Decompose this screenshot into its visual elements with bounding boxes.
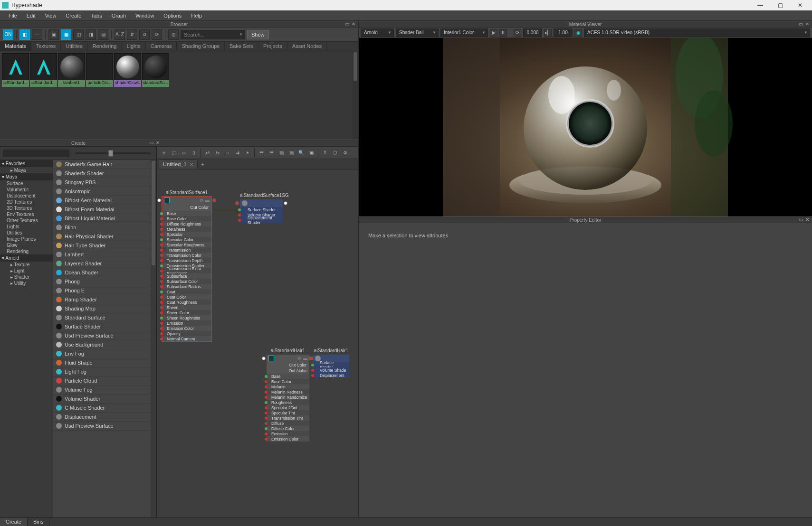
tool-button[interactable]: ▯ bbox=[190, 149, 198, 157]
shader-list-item[interactable]: Blinn bbox=[53, 223, 156, 232]
collapse-icon[interactable]: ▬ bbox=[205, 198, 210, 203]
tool-button[interactable]: ↺ bbox=[139, 29, 150, 40]
category-item[interactable]: Other Textures bbox=[0, 217, 53, 224]
material-swatch[interactable]: standardSu... bbox=[142, 53, 169, 87]
browser-tab[interactable]: Asset Nodes bbox=[287, 42, 327, 51]
material-swatch[interactable]: particleClo... bbox=[86, 53, 113, 87]
node-attribute[interactable]: Roughness bbox=[267, 400, 309, 405]
search-icon[interactable]: 🔍 bbox=[297, 149, 306, 157]
tool-button[interactable]: ⇄ bbox=[203, 149, 212, 157]
browser-tab[interactable]: Utilities bbox=[61, 42, 87, 51]
close-icon[interactable]: ✕ bbox=[805, 21, 811, 27]
category-item[interactable]: 3D Textures bbox=[0, 205, 53, 211]
node-attribute[interactable]: Normal Camera bbox=[162, 336, 211, 341]
shader-list[interactable]: Shaderfx Game HairShaderfx ShaderStingra… bbox=[53, 160, 156, 517]
create-search-input[interactable] bbox=[3, 150, 69, 157]
shader-list-item[interactable]: Standard Surface bbox=[53, 313, 156, 322]
tool-button[interactable]: ⬡ bbox=[331, 149, 339, 157]
environment-dropdown[interactable]: Interior1 Color▼ bbox=[440, 28, 488, 37]
node-attribute[interactable]: Surface Shader bbox=[313, 362, 349, 367]
tool-button[interactable]: ☰ bbox=[257, 149, 266, 157]
browser-tab[interactable]: Bake Sets bbox=[225, 42, 258, 51]
close-icon[interactable]: ✕ bbox=[805, 217, 811, 223]
browser-tab[interactable]: Cameras bbox=[146, 42, 177, 51]
shader-list-item[interactable]: C Muscle Shader bbox=[53, 404, 156, 413]
shader-list-item[interactable]: Hair Physical Shader bbox=[53, 232, 156, 241]
scrollbar[interactable] bbox=[151, 160, 156, 517]
category-item[interactable]: Lights bbox=[0, 224, 53, 230]
tool-button[interactable]: ◧ bbox=[19, 29, 30, 40]
shader-list-item[interactable]: Light Fog bbox=[53, 367, 156, 376]
node-attribute[interactable]: Coat Roughness bbox=[162, 300, 211, 305]
node-attribute[interactable]: Specular Tint bbox=[267, 410, 309, 415]
restore-icon[interactable]: ▭ bbox=[799, 217, 804, 223]
tool-button[interactable]: ◨ bbox=[86, 29, 96, 40]
search-input[interactable]: Search... ▼ bbox=[181, 30, 245, 39]
category-item[interactable]: Env Textures bbox=[0, 211, 53, 217]
tool-button[interactable]: ⚙ bbox=[341, 149, 349, 157]
shader-list-item[interactable]: Bifrost Foam Material bbox=[53, 205, 156, 214]
node-attribute[interactable]: Emission Color bbox=[162, 326, 211, 331]
node-output[interactable]: Out Color bbox=[267, 362, 309, 368]
node-attribute[interactable]: Metalness bbox=[162, 226, 211, 232]
node-attribute[interactable]: Specular Color bbox=[162, 237, 211, 242]
shader-list-item[interactable]: Displacement bbox=[53, 413, 156, 422]
tool-button[interactable]: ⟳ bbox=[152, 29, 162, 40]
tool-button[interactable]: ▤ bbox=[98, 29, 108, 40]
tool-button[interactable]: ▭ bbox=[180, 149, 188, 157]
grid-icon[interactable]: # bbox=[321, 149, 329, 157]
node-attribute[interactable]: Emission bbox=[267, 431, 309, 436]
browser-tab[interactable]: Textures bbox=[31, 42, 61, 51]
node-attribute[interactable]: Melanin bbox=[267, 384, 309, 389]
out-color-port[interactable]: Out Color bbox=[162, 204, 211, 211]
bottom-tab[interactable]: Create bbox=[0, 518, 28, 526]
node-attribute[interactable]: Volume Shade bbox=[313, 367, 349, 373]
shader-list-item[interactable]: Fluid Shape bbox=[53, 358, 156, 367]
shader-list-item[interactable]: Lambert bbox=[53, 250, 156, 259]
node-attribute[interactable]: Specular 2Tint bbox=[267, 405, 309, 410]
node-attribute[interactable]: Base bbox=[267, 374, 309, 379]
node-attribute[interactable]: Subsurface bbox=[162, 273, 211, 279]
shader-list-item[interactable]: Layered Shader bbox=[53, 259, 156, 268]
icon-size-slider[interactable] bbox=[75, 152, 151, 154]
shader-list-item[interactable]: Stingray PBS bbox=[53, 178, 156, 187]
node-attribute[interactable]: Displacement bbox=[313, 373, 349, 378]
tool-button[interactable]: ⬚ bbox=[170, 149, 178, 157]
category-item[interactable]: ▸ Maya bbox=[0, 167, 53, 173]
category-item[interactable]: 2D Textures bbox=[0, 199, 53, 205]
node-header[interactable]: ⚙ ▬ bbox=[267, 355, 309, 362]
tool-button[interactable]: ⇵ bbox=[127, 29, 137, 40]
menu-create[interactable]: Create bbox=[61, 13, 86, 19]
category-item[interactable]: ▸ Utility bbox=[0, 280, 53, 286]
tool-button[interactable]: ⇆ bbox=[213, 149, 222, 157]
node-port[interactable] bbox=[262, 357, 266, 360]
scrollbar[interactable] bbox=[353, 51, 358, 140]
shader-list-item[interactable]: Shaderfx Game Hair bbox=[53, 160, 156, 169]
menu-view[interactable]: View bbox=[40, 13, 61, 19]
node-attribute[interactable]: Transmission Tint bbox=[267, 415, 309, 421]
shader-list-item[interactable]: Usd Preview Surface bbox=[53, 422, 156, 431]
gear-icon[interactable]: ⚙ bbox=[200, 198, 203, 203]
colorspace-icon[interactable]: ◉ bbox=[574, 29, 582, 37]
node-port[interactable] bbox=[235, 201, 239, 205]
tool-button[interactable]: ↔ bbox=[223, 149, 232, 157]
show-button[interactable]: Show bbox=[247, 30, 269, 39]
node-port[interactable] bbox=[212, 198, 216, 202]
menu-help[interactable]: Help bbox=[186, 13, 207, 19]
category-item[interactable]: ▸ Light bbox=[0, 268, 53, 274]
close-icon[interactable]: ✕ bbox=[352, 21, 357, 27]
node-attribute[interactable]: Opacity bbox=[162, 331, 211, 336]
shader-list-item[interactable]: Shading Map bbox=[53, 304, 156, 313]
node-aistandardsurface1[interactable]: aiStandardSurface1 ⚙ ▬ Out Color BaseBas… bbox=[162, 196, 212, 342]
browser-tab[interactable]: Shading Groups bbox=[177, 42, 225, 51]
gear-icon[interactable]: ⚙ bbox=[297, 356, 301, 361]
category-item[interactable]: Image Planes bbox=[0, 236, 53, 242]
node-attribute[interactable]: Subsurface Radius bbox=[162, 284, 211, 289]
colorspace-dropdown[interactable]: ACES 1.0 SDR-video (sRGB)▼ bbox=[584, 28, 810, 37]
renderer-dropdown[interactable]: Arnold▼ bbox=[361, 28, 394, 37]
tool-button[interactable]: ▦ bbox=[61, 29, 71, 40]
graph-canvas[interactable]: aiStandardSurface1 ⚙ ▬ Out Color BaseBas… bbox=[157, 169, 358, 517]
tool-button[interactable]: ▣ bbox=[48, 29, 59, 40]
shader-list-item[interactable]: Ocean Shader bbox=[53, 268, 156, 277]
material-swatch[interactable]: aiStandard... bbox=[2, 53, 29, 87]
